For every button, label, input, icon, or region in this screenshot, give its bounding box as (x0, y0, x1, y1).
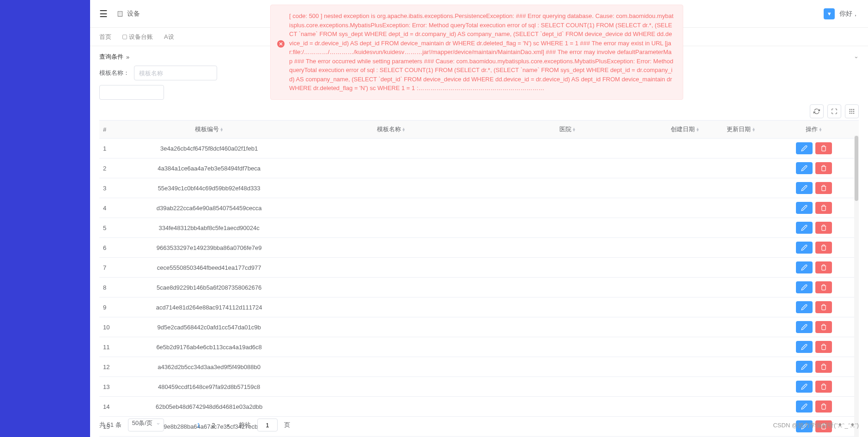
edit-button[interactable] (796, 242, 813, 254)
edit-button[interactable] (796, 182, 813, 194)
edit-button[interactable] (796, 301, 813, 313)
scrollbar[interactable] (854, 135, 859, 437)
th-created[interactable]: 创建日期▲▼ (657, 121, 713, 139)
delete-button[interactable] (815, 321, 832, 333)
table-row: 8 5cae8d9229b146b5a6f2087358062676 (99, 278, 859, 297)
cell-hospital (478, 158, 657, 178)
svg-point-5 (851, 111, 852, 112)
cell-action (769, 258, 859, 278)
th-hospital[interactable]: 医院▲▼ (478, 121, 657, 139)
tab-device-ledger[interactable]: 设备台账 (122, 33, 153, 41)
th-index: # (99, 121, 114, 139)
cell-updated (713, 258, 769, 278)
svg-point-6 (853, 111, 854, 112)
th-updated[interactable]: 更新日期▲▼ (713, 121, 769, 139)
cell-name (304, 139, 478, 158)
edit-button[interactable] (796, 401, 813, 413)
goto-input[interactable] (257, 419, 278, 431)
delete-button[interactable] (815, 242, 832, 254)
pagination: 共 51 条 50条/页⌄ ‹ 1 2 › 前往 页 (99, 419, 859, 431)
cell-hospital (478, 218, 657, 238)
scrollbar-thumb[interactable] (855, 136, 858, 201)
cell-name (304, 218, 478, 238)
edit-button[interactable] (796, 261, 813, 273)
delete-button[interactable] (815, 401, 832, 413)
table-wrap: # 模板编号▲▼ 模板名称▲▼ 医院▲▼ 创建日期▲▼ 更新日期▲▼ 操作▲▼ … (99, 120, 859, 437)
cell-id: 480459ccdf1648ce97fa92d8b57159c8 (114, 377, 304, 397)
svg-point-1 (850, 109, 850, 110)
svg-point-9 (853, 113, 854, 114)
cell-idx: 13 (99, 377, 114, 397)
tab-home[interactable]: 首页 (99, 33, 111, 41)
cell-idx: 1 (99, 139, 114, 158)
edit-button[interactable] (796, 142, 813, 154)
cell-created (657, 397, 713, 417)
delete-button[interactable] (815, 142, 832, 154)
delete-button[interactable] (815, 361, 832, 373)
cell-name (304, 317, 478, 337)
cell-action (769, 337, 859, 357)
next-page[interactable]: › (224, 422, 232, 429)
delete-button[interactable] (815, 261, 832, 273)
table-row: 7 cece55508503464fbeed41ea177cd977 (99, 258, 859, 278)
edit-button[interactable] (796, 381, 813, 393)
edit-button[interactable] (796, 222, 813, 234)
cell-created (657, 337, 713, 357)
edit-button[interactable] (796, 162, 813, 174)
edit-button[interactable] (796, 202, 813, 214)
edit-button[interactable] (796, 361, 813, 373)
cell-id: 334fe48312bb4abf8c5fe1aecd90024c (114, 218, 304, 238)
total-count: 共 51 条 (99, 421, 121, 429)
cell-hospital (478, 317, 657, 337)
table-row: 4 d39ab222cca64e90a8540754459cecca (99, 198, 859, 218)
cell-idx: 7 (99, 258, 114, 278)
prev-page[interactable]: ‹ (180, 422, 188, 429)
chevron-down-icon[interactable]: ⌄ (854, 53, 859, 60)
th-template-name[interactable]: 模板名称▲▼ (304, 121, 478, 139)
delete-button[interactable] (815, 301, 832, 313)
refresh-button[interactable] (810, 104, 824, 118)
cell-id: 4a384a1ce6aa4a7eb3e58494fdf7beca (114, 158, 304, 178)
tab-a-device[interactable]: A设 (164, 33, 174, 41)
delete-button[interactable] (815, 182, 832, 194)
template-name-input[interactable] (134, 66, 217, 80)
delete-button[interactable] (815, 222, 832, 234)
table-row: 9 acd714e81d264e88ac9174112d111724 (99, 297, 859, 317)
fullscreen-button[interactable] (827, 104, 841, 118)
grid-button[interactable] (845, 104, 859, 118)
cell-id: 62b05eb48d6742948d6d4681e03a2dbb (114, 397, 304, 417)
hamburger-icon[interactable]: ☰ (99, 8, 108, 19)
error-toast: [ code: 500 ] nested exception is org.ap… (270, 5, 683, 100)
cell-action (769, 357, 859, 377)
page-size-select[interactable]: 50条/页⌄ (128, 419, 164, 431)
edit-button[interactable] (796, 341, 813, 353)
delete-button[interactable] (815, 162, 832, 174)
edit-button[interactable] (796, 321, 813, 333)
cell-action (769, 297, 859, 317)
delete-button[interactable] (815, 281, 832, 293)
table-row: 1 3e4a26cb4cf6475f8dcf460a02f1feb1 (99, 139, 859, 158)
delete-button[interactable] (815, 381, 832, 393)
cell-idx: 12 (99, 357, 114, 377)
th-action[interactable]: 操作▲▼ (769, 121, 859, 139)
delete-button[interactable] (815, 202, 832, 214)
delete-button[interactable] (815, 341, 832, 353)
page-2[interactable]: 2 (209, 422, 218, 429)
th-template-id[interactable]: 模板编号▲▼ (114, 121, 304, 139)
cell-idx: 11 (99, 337, 114, 357)
cell-hospital (478, 278, 657, 297)
cell-name (304, 297, 478, 317)
cell-idx: 8 (99, 278, 114, 297)
cell-name (304, 238, 478, 258)
blank-input[interactable] (99, 85, 164, 100)
cell-created (657, 218, 713, 238)
expand-icon[interactable]: » (126, 54, 129, 61)
edit-button[interactable] (796, 281, 813, 293)
cell-hospital (478, 178, 657, 198)
cell-updated (713, 218, 769, 238)
svg-point-7 (850, 113, 850, 114)
user-dropdown[interactable]: ▾ (824, 8, 835, 19)
cell-updated (713, 139, 769, 158)
cell-updated (713, 158, 769, 178)
page-1[interactable]: 1 (194, 422, 203, 429)
